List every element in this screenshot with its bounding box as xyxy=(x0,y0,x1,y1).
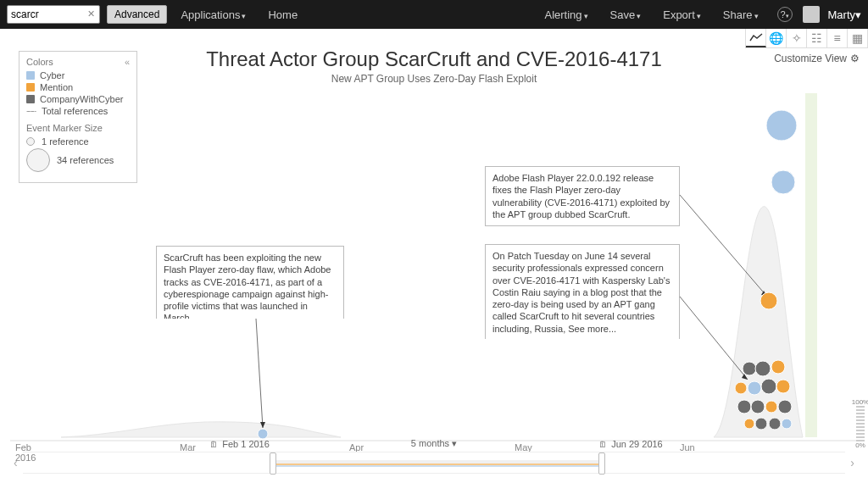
event-marker[interactable] xyxy=(258,429,268,439)
callout-box[interactable]: Adobe Flash Player 22.0.0.192 release fi… xyxy=(485,166,680,226)
event-marker[interactable] xyxy=(769,418,781,430)
event-marker[interactable] xyxy=(766,110,797,141)
user-name-label: Marty xyxy=(828,8,856,21)
grid-view-icon[interactable]: ▦ xyxy=(848,29,868,47)
range-handle-from[interactable] xyxy=(270,452,276,475)
chevron-down-icon: ▾ xyxy=(637,12,641,20)
zoom-bot-label: 0% xyxy=(855,441,865,449)
chevron-down-icon: ▾ xyxy=(697,12,701,20)
legend-collapse-icon[interactable]: « xyxy=(125,57,130,67)
range-to-label: Jun 29 2016 xyxy=(611,439,663,449)
range-track[interactable]: 🗓 Feb 1 2016 5 months ▾ 🗓 Jun 29 2016 xyxy=(23,452,846,474)
network-view-icon[interactable]: ✧ xyxy=(787,29,807,47)
calendar-icon: 🗓 xyxy=(598,440,607,449)
nav-alerting[interactable]: Alerting▾ xyxy=(537,8,597,21)
nav-save-label: Save xyxy=(610,8,636,21)
range-from-label: Feb 1 2016 xyxy=(222,439,270,449)
density-area-recent xyxy=(805,93,817,437)
zoom-top-label: 100% xyxy=(852,398,868,406)
chevron-down-icon: ▾ xyxy=(855,8,861,21)
top-nav: ✕ Advanced Applications▾ Home Alerting▾ … xyxy=(0,0,868,29)
chevron-down-icon: ▾ xyxy=(452,438,457,448)
event-marker[interactable] xyxy=(755,361,771,376)
timeline-view-icon[interactable] xyxy=(746,29,766,47)
swatch-cyber-icon xyxy=(26,71,35,80)
nav-home[interactable]: Home xyxy=(259,8,306,21)
calendar-icon: 🗓 xyxy=(209,440,218,449)
event-marker[interactable] xyxy=(751,400,765,414)
range-next-button[interactable]: › xyxy=(845,456,860,469)
range-span-button[interactable]: 5 months ▾ xyxy=(411,438,457,449)
avatar xyxy=(803,6,820,23)
event-marker[interactable] xyxy=(755,418,767,430)
nav-share[interactable]: Share▾ xyxy=(715,8,767,21)
nav-applications-label: Applications xyxy=(181,8,240,21)
zoom-bars-icon xyxy=(856,406,865,441)
event-marker[interactable] xyxy=(748,381,761,395)
event-marker[interactable] xyxy=(761,379,776,394)
list-view-icon[interactable]: ≡ xyxy=(827,29,848,47)
event-marker[interactable] xyxy=(778,400,792,414)
nav-alerting-label: Alerting xyxy=(545,8,582,21)
list-check-view-icon[interactable]: ☷ xyxy=(807,29,827,47)
event-marker[interactable] xyxy=(776,380,790,393)
event-marker[interactable] xyxy=(743,362,756,375)
advanced-button[interactable]: Advanced xyxy=(107,5,167,24)
nav-applications[interactable]: Applications▾ xyxy=(172,8,254,21)
callout-box[interactable]: ScarCruft has been exploiting the new Fl… xyxy=(156,246,344,319)
clear-search-icon[interactable]: ✕ xyxy=(85,8,97,20)
event-marker[interactable] xyxy=(760,292,777,309)
nav-share-label: Share xyxy=(723,8,753,21)
chevron-down-icon: ▾ xyxy=(584,12,588,20)
search-wrap: ✕ xyxy=(7,5,97,24)
date-range-bar: ‹ 🗓 Feb 1 2016 5 months ▾ 🗓 Jun 29 2016 … xyxy=(8,451,860,475)
range-fill xyxy=(270,460,598,467)
range-handle-to[interactable] xyxy=(598,452,605,475)
chevron-down-icon: ▾ xyxy=(242,12,246,20)
help-icon[interactable]: ?▾ xyxy=(777,7,793,22)
callout-leader xyxy=(256,319,263,428)
globe-view-icon[interactable]: 🌐 xyxy=(766,29,787,47)
event-marker[interactable] xyxy=(737,400,751,414)
legend-heading: Colors xyxy=(26,57,53,67)
chevron-down-icon: ▾ xyxy=(754,12,759,20)
event-marker[interactable] xyxy=(771,360,785,374)
event-marker[interactable] xyxy=(782,419,792,429)
nav-export[interactable]: Export▾ xyxy=(654,8,709,21)
event-marker[interactable] xyxy=(771,170,795,194)
event-marker[interactable] xyxy=(744,419,754,429)
timeline-chart[interactable]: Feb 2016 Mar Apr May Jun ScarCruft has b… xyxy=(8,85,860,441)
nav-export-label: Export xyxy=(663,8,695,21)
legend-item-label: Cyber xyxy=(40,70,64,80)
event-marker[interactable] xyxy=(765,401,777,413)
zoom-scale[interactable]: 100% 0% xyxy=(854,398,866,449)
event-marker[interactable] xyxy=(735,382,747,394)
legend-item[interactable]: Cyber xyxy=(26,70,130,80)
density-area xyxy=(61,422,341,437)
range-span-label: 5 months xyxy=(411,438,449,448)
nav-save[interactable]: Save▾ xyxy=(602,8,650,21)
callout-box[interactable]: On Patch Tuesday on June 14 several secu… xyxy=(485,244,680,339)
range-prev-button[interactable]: ‹ xyxy=(8,456,23,469)
view-switch-toolbar: 🌐 ✧ ☷ ≡ ▦ xyxy=(745,29,868,48)
user-menu[interactable]: Marty▾ xyxy=(828,8,862,21)
